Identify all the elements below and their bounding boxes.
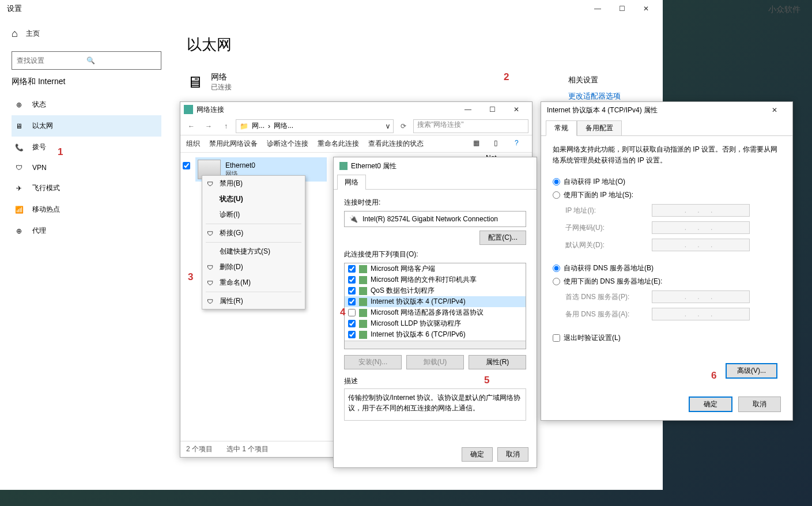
ctx-bridge[interactable]: 🛡桥接(G) [202,225,305,241]
protocol-item[interactable]: Internet 协议版本 6 (TCP/IPv6) [345,329,526,340]
view-status-button[interactable]: 查看此连接的状态 [368,139,424,149]
search-input[interactable]: 查找设置 [12,51,161,70]
protocol-item[interactable]: Microsoft 网络适配器多路传送器协议 [345,307,526,318]
uninstall-button[interactable]: 卸载(U) [406,355,464,369]
sidebar-item[interactable]: 🖥以太网 [12,115,161,137]
sidebar-item[interactable]: 📞拨号 [12,137,161,158]
ethernet-properties-dialog: Ethernet0 属性 网络 连接时使用: 🔌 Intel(R) 82574L… [333,157,537,468]
close-button[interactable] [634,1,658,17]
home-link[interactable]: 主页 [12,22,161,46]
organize-menu[interactable]: 组织 [186,139,200,149]
ep-cancel-button[interactable]: 取消 [497,447,528,462]
view-options-icon[interactable]: ▦ [473,139,485,149]
protocol-item[interactable]: Internet 协议版本 4 (TCP/IPv4) [345,296,526,307]
ipv4-ok-button[interactable]: 确定 [689,397,732,412]
protocol-icon [359,287,367,295]
minimize-button[interactable] [586,1,610,17]
home-label: 主页 [26,29,40,39]
scrollbar[interactable] [345,341,526,349]
address-bar[interactable]: 📁 网...› 网络... v [236,119,394,133]
protocol-item[interactable]: Microsoft 网络客户端 [345,263,526,274]
shield-icon: 🛡 [207,298,213,305]
monitor-icon: 🖥 [187,73,203,92]
protocol-checkbox[interactable] [348,276,356,284]
protocol-list[interactable]: Microsoft 网络客户端Microsoft 网络的文件和打印机共享QoS … [344,263,526,349]
nav-icon: 🖥 [14,122,24,130]
ipv4-close-button[interactable] [762,102,787,118]
protocol-checkbox[interactable] [348,298,356,305]
preview-icon[interactable]: ▯ [494,139,505,149]
annotation-5: 5 [484,375,489,386]
ipv4-cancel-button[interactable]: 取消 [738,397,781,412]
nc-search-input[interactable]: 搜索"网络连接" [413,119,528,133]
shield-icon: 🛡 [207,280,213,286]
protocol-checkbox[interactable] [348,331,356,338]
tab-alternate[interactable]: 备用配置 [577,120,622,136]
ctx-delete[interactable]: 🛡删除(D) [202,259,305,275]
sidebar-item[interactable]: 📶移动热点 [12,199,161,220]
protocol-label: Microsoft 网络的文件和打印机共享 [371,275,477,285]
nc-minimize-button[interactable] [456,101,480,118]
forward-button[interactable]: → [201,119,216,133]
validate-checkbox[interactable]: 退出时验证设置(L) [553,333,781,343]
annotation-3: 3 [188,271,193,283]
breadcrumb-2[interactable]: 网络... [274,121,293,131]
protocol-label: QoS 数据包计划程序 [371,286,435,296]
change-adapter-link[interactable]: 更改适配器选项 [568,91,628,101]
nav-label: 代理 [32,226,46,236]
maximize-button[interactable] [610,1,634,17]
context-menu: 🛡禁用(B) 状态(U) 诊断(I) 🛡桥接(G) 创建快捷方式(S) 🛡删除(… [202,175,305,309]
rename-button[interactable]: 重命名此连接 [318,139,359,149]
description-text: 传输控制协议/Internet 协议。该协议是默认的广域网络协议，用于在不同的相… [344,388,526,421]
protocol-icon [359,331,367,339]
tab-general[interactable]: 常规 [546,120,577,136]
protocol-checkbox[interactable] [348,265,356,273]
ctx-diagnose[interactable]: 诊断(I) [202,207,305,222]
up-button[interactable]: ↑ [218,119,233,133]
sidebar-item[interactable]: ⊕状态 [12,94,161,115]
ep-tab-network[interactable]: 网络 [337,175,366,190]
back-button[interactable]: ← [184,119,199,133]
protocol-item[interactable]: Microsoft LLDP 协议驱动程序 [345,318,526,329]
protocol-checkbox[interactable] [348,309,356,316]
nav-icon: ✈ [14,184,24,192]
ctx-status[interactable]: 状态(U) [202,191,305,207]
ep-ok-button[interactable]: 确定 [462,447,493,462]
network-label: 网络 [211,72,232,82]
shield-icon: 🛡 [207,230,213,237]
ipv4-info-text: 如果网络支持此功能，则可以获取自动指派的 IP 设置。否则，你需要从网络系统管理… [553,144,781,166]
adapter-checkbox[interactable] [183,162,190,169]
help-icon[interactable]: ? [515,139,526,149]
breadcrumb-1[interactable]: 网... [252,121,265,131]
nc-close-button[interactable] [504,101,528,118]
sidebar-item[interactable]: 🛡VPN [12,158,161,178]
connect-using-label: 连接时使用: [344,198,526,207]
ctx-disable[interactable]: 🛡禁用(B) [202,176,305,191]
install-button[interactable]: 安装(N)... [344,355,402,369]
advanced-button[interactable]: 高级(V)... [726,363,777,379]
nav-icon: ⊕ [14,227,24,235]
ctx-properties[interactable]: 🛡属性(R) [202,293,305,309]
ctx-rename[interactable]: 🛡重命名(M) [202,275,305,290]
ctx-shortcut[interactable]: 创建快捷方式(S) [202,244,305,259]
protocol-item[interactable]: QoS 数据包计划程序 [345,285,526,296]
nc-title-icon [184,105,193,114]
properties-button[interactable]: 属性(R) [469,355,526,369]
nav-icon: 📞 [14,144,24,152]
ep-titlebar: Ethernet0 属性 [334,157,537,175]
radio-static-ip[interactable]: 使用下面的 IP 地址(S): [553,188,781,202]
sidebar-item[interactable]: ✈飞行模式 [12,178,161,199]
protocol-checkbox[interactable] [348,287,356,294]
radio-static-dns[interactable]: 使用下面的 DNS 服务器地址(E): [553,275,781,288]
refresh-button[interactable]: ⟳ [396,119,411,133]
sidebar-item[interactable]: ⊕代理 [12,220,161,241]
disable-device-button[interactable]: 禁用此网络设备 [209,139,258,149]
radio-auto-ip[interactable]: 自动获得 IP 地址(O) [553,175,781,188]
radio-auto-dns[interactable]: 自动获得 DNS 服务器地址(B) [553,262,781,275]
diagnose-button[interactable]: 诊断这个连接 [267,139,308,149]
nc-maximize-button[interactable] [480,101,504,118]
annotation-4: 4 [340,307,345,318]
configure-button[interactable]: 配置(C)... [479,231,526,245]
protocol-checkbox[interactable] [348,320,356,327]
protocol-item[interactable]: Microsoft 网络的文件和打印机共享 [345,274,526,285]
